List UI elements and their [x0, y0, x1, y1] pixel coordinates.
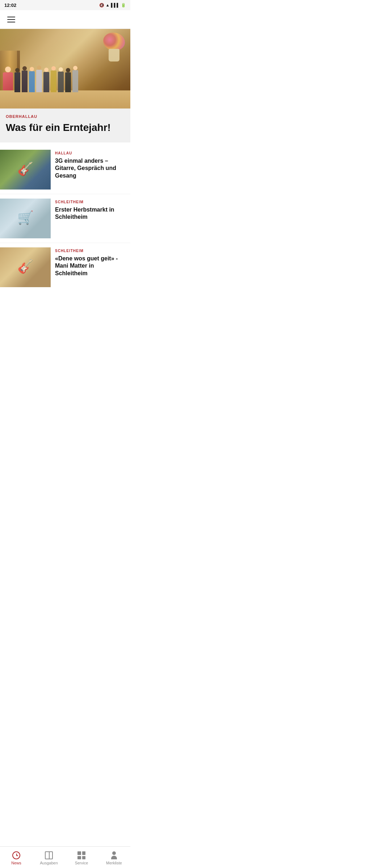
news-image-1 — [0, 150, 51, 190]
hamburger-menu[interactable] — [6, 15, 17, 24]
battery-icon: 🔋 — [121, 3, 126, 8]
signal-icon: ▌▌▌ — [111, 3, 119, 7]
hero-title: Was für ein Erntejahr! — [6, 122, 125, 134]
news-item-3[interactable]: SCHLEITHEIM «Dene wos guet geit» - Mani … — [0, 243, 130, 292]
news-category-1: HALLAU — [55, 151, 126, 155]
status-time: 12:02 — [4, 3, 16, 8]
status-bar: 12:02 🔇 ▲ ▌▌▌ 🔋 — [0, 0, 130, 10]
news-content-1: HALLAU 3G einmal anders – Gitarre, Gespr… — [51, 150, 130, 181]
wifi-icon: ▲ — [106, 3, 110, 7]
hero-text-area[interactable]: OBERHALLAU Was für ein Erntejahr! — [0, 109, 130, 142]
news-thumbnail-3 — [0, 247, 51, 287]
status-icons: 🔇 ▲ ▌▌▌ 🔋 — [99, 3, 126, 8]
news-image-3 — [0, 247, 51, 287]
news-thumbnail-2 — [0, 199, 51, 238]
news-category-2: SCHLEITHEIM — [55, 200, 126, 204]
hero-image[interactable] — [0, 29, 130, 109]
news-thumbnail-1 — [0, 150, 51, 190]
news-content-2: SCHLEITHEIM Erster Herbstmarkt in Schlei… — [51, 199, 130, 223]
news-content-3: SCHLEITHEIM «Dene wos guet geit» - Mani … — [51, 247, 130, 279]
news-item-1[interactable]: HALLAU 3G einmal anders – Gitarre, Gespr… — [0, 145, 130, 194]
news-title-3: «Dene wos guet geit» - Mani Matter in Sc… — [55, 255, 126, 277]
news-category-3: SCHLEITHEIM — [55, 249, 126, 253]
news-title-1: 3G einmal anders – Gitarre, Gespräch und… — [55, 157, 126, 180]
news-list: HALLAU 3G einmal anders – Gitarre, Gespr… — [0, 142, 130, 294]
news-title-2: Erster Herbstmarkt in Schleitheim — [55, 206, 126, 221]
news-item-2[interactable]: SCHLEITHEIM Erster Herbstmarkt in Schlei… — [0, 194, 130, 243]
hero-category: OBERHALLAU — [6, 114, 125, 119]
header — [0, 10, 130, 29]
news-image-2 — [0, 199, 51, 238]
mute-icon: 🔇 — [99, 3, 104, 8]
hero-light-overlay — [0, 29, 130, 109]
